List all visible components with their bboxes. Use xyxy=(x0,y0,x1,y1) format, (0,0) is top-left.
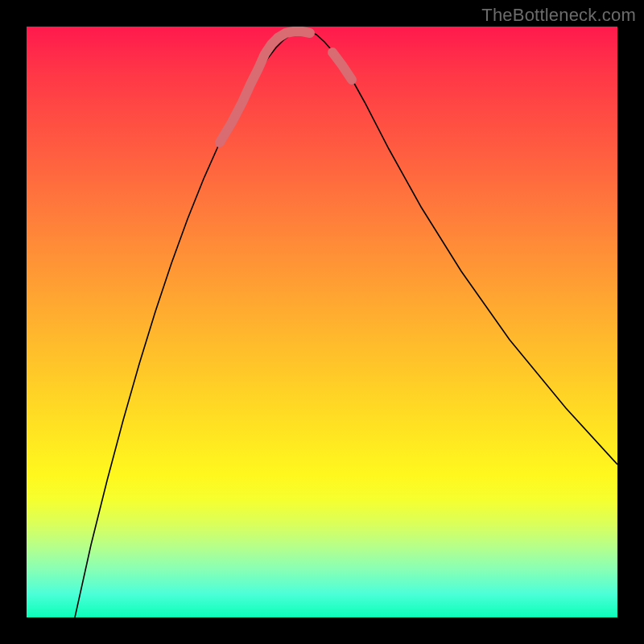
series-curve xyxy=(75,31,617,617)
series-highlight-left xyxy=(220,38,278,142)
watermark-text: TheBottleneck.com xyxy=(481,5,636,26)
series-highlight-right xyxy=(332,52,352,80)
plot-area xyxy=(27,27,617,617)
series-highlight-bottom xyxy=(278,31,310,38)
curve-svg xyxy=(27,27,617,617)
chart-frame: TheBottleneck.com xyxy=(0,0,644,644)
